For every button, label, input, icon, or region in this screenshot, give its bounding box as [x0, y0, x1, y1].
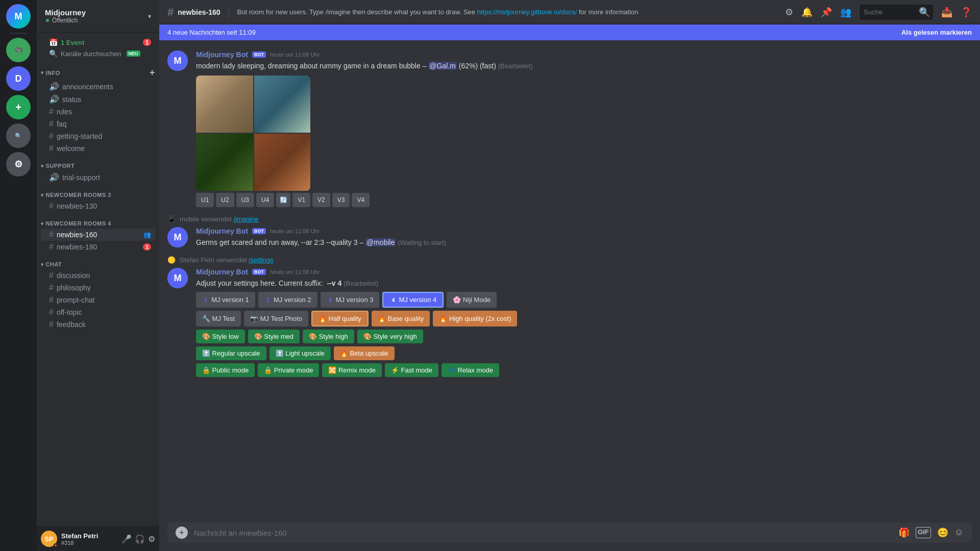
headphone-icon[interactable]: 🎧 — [135, 534, 145, 544]
server-icon-3[interactable]: + — [6, 95, 31, 119]
search-input[interactable] — [864, 8, 915, 16]
settings-icon[interactable]: ⚙ — [785, 7, 793, 18]
category-info[interactable]: ▾ INFO + — [37, 59, 159, 80]
sidebar-search-channels[interactable]: 🔍 Kanäle durchsuchen NEU — [41, 48, 155, 59]
sidebar-item-getting-started[interactable]: # getting-started — [41, 130, 155, 142]
channel-badge: 1 — [143, 243, 151, 251]
version-buttons-row: 1 MJ version 1 2 MJ version 2 3 MJ versi… — [196, 292, 972, 308]
avatar: M — [167, 268, 188, 288]
regular-upscale-button[interactable]: ⬆️ Regular upscale — [196, 346, 266, 360]
category-chat[interactable]: ▾ CHAT — [37, 253, 159, 269]
sidebar-item-status[interactable]: 🔊 status — [41, 93, 155, 106]
sidebar-item-welcome[interactable]: # welcome — [41, 142, 155, 155]
sidebar-item-faq[interactable]: # faq — [41, 118, 155, 130]
sidebar-item-trial-support[interactable]: 🔊 trial-support — [41, 171, 155, 184]
variation-v4[interactable]: V4 — [352, 193, 370, 207]
sticker-icon[interactable]: 😊 — [937, 527, 948, 538]
add-attachment-button[interactable]: + — [176, 527, 188, 539]
mj-version-2-button[interactable]: 2 MJ version 2 — [258, 292, 317, 308]
server-header[interactable]: Midjourney Öffentlich ▾ — [37, 0, 159, 33]
sidebar-item-newbies-190[interactable]: # newbies-190 1 — [41, 241, 155, 253]
private-mode-button[interactable]: 🔒 Private mode — [258, 363, 319, 377]
public-mode-button[interactable]: 🔒 Public mode — [196, 363, 255, 377]
hash-icon: # — [49, 308, 54, 317]
user-tag: #318 — [61, 540, 117, 546]
variation-v3[interactable]: V3 — [332, 193, 350, 207]
mj-version-1-button[interactable]: 1 MJ version 1 — [196, 292, 255, 308]
remix-mode-button[interactable]: 🔀 Remix mode — [322, 363, 382, 377]
sidebar-item-feedback[interactable]: # feedback — [41, 318, 155, 331]
category-support[interactable]: ▾ SUPPORT — [37, 155, 159, 171]
mj-version-4-button[interactable]: 4 MJ version 4 — [382, 292, 444, 308]
sidebar-item-off-topic[interactable]: # off-topic — [41, 306, 155, 318]
high-quality-button[interactable]: 🔥 High quality (2x cost) — [433, 311, 517, 327]
server-icon-5[interactable]: ⚙ — [6, 152, 31, 177]
reload-button[interactable]: 🔄 — [276, 193, 290, 207]
upscale-u2[interactable]: U2 — [216, 193, 234, 207]
upscale-u3[interactable]: U3 — [236, 193, 254, 207]
message-time: heute um 11:08 Uhr — [270, 52, 320, 58]
fast-mode-button[interactable]: ⚡ Fast mode — [385, 363, 438, 377]
settings-icon[interactable]: ⚙ — [148, 534, 155, 544]
style-low-button[interactable]: 🎨 Style low — [196, 330, 245, 343]
add-channel-icon[interactable]: + — [150, 67, 155, 78]
style-med-button[interactable]: 🎨 Style med — [248, 330, 300, 343]
mode-buttons-row: 🔒 Public mode 🔒 Private mode 🔀 Remix mod… — [196, 363, 972, 377]
server-icon-2[interactable]: D — [6, 66, 31, 91]
event-badge: 1 — [143, 39, 151, 46]
light-upscale-button[interactable]: ⬆️ Light upscale — [270, 346, 331, 360]
channel-description: Bot room for new users. Type /imagine th… — [237, 8, 779, 16]
bell-icon[interactable]: 🔔 — [801, 7, 813, 18]
mention: @Gal.m — [428, 62, 457, 70]
sidebar-item-event[interactable]: 📅 1 Event 1 — [41, 37, 155, 48]
sidebar-item-prompt-chat[interactable]: # prompt-chat — [41, 294, 155, 306]
system-icon: 📱 — [167, 215, 176, 223]
mj-test-button[interactable]: 🔧 MJ Test — [196, 311, 241, 327]
gif-icon[interactable]: GIF — [916, 527, 931, 538]
variation-v2[interactable]: V2 — [312, 193, 330, 207]
search-icon: 🔍 — [919, 7, 930, 18]
upscale-u4[interactable]: U4 — [256, 193, 274, 207]
upscale-u1[interactable]: U1 — [196, 193, 214, 207]
style-high-button[interactable]: 🎨 Style high — [303, 330, 354, 343]
upscale-buttons-row: ⬆️ Regular upscale ⬆️ Light upscale 🔥 Be… — [196, 346, 972, 360]
people-icon[interactable]: 👥 — [840, 7, 851, 18]
relax-mode-button[interactable]: 💤 Relax mode — [442, 363, 499, 377]
help-icon[interactable]: ❓ — [961, 7, 972, 18]
chat-area[interactable]: M Midjourney Bot BOT heute um 11:08 Uhr … — [159, 40, 980, 522]
server-icon-4[interactable]: 🔍 — [6, 123, 31, 148]
server-icon-1[interactable]: 🎮 — [6, 38, 31, 62]
sidebar-item-newbies-130[interactable]: # newbies-130 — [41, 200, 155, 212]
emoji-icon[interactable]: ☺ — [954, 527, 964, 538]
search-box[interactable]: 🔍 — [860, 5, 933, 20]
message-text: Germs get scared and run away, --ar 2:3 … — [196, 237, 972, 248]
hash-icon: # — [49, 107, 54, 116]
variation-v1[interactable]: V1 — [292, 193, 310, 207]
mark-read-button[interactable]: Als gelesen markieren — [901, 29, 972, 36]
docs-link[interactable]: https://midjourney.gitbook.io/docs/ — [477, 8, 577, 16]
server-icon-midjourney[interactable]: M — [6, 4, 31, 29]
inbox-icon[interactable]: 📥 — [941, 7, 952, 18]
gift-icon[interactable]: 🎁 — [898, 527, 910, 538]
message-input[interactable] — [194, 529, 892, 537]
sidebar-item-philosophy[interactable]: # philosophy — [41, 282, 155, 294]
category-newcomer4[interactable]: ▾ NEWCOMER ROOMS 4 — [37, 212, 159, 229]
sidebar-item-discussion[interactable]: # discussion — [41, 269, 155, 282]
half-quality-button[interactable]: 🔥 Half quality — [311, 311, 369, 327]
sidebar-item-rules[interactable]: # rules — [41, 106, 155, 118]
category-newcomer3[interactable]: ▾ NEWCOMER ROOMS 3 — [37, 184, 159, 200]
chevron-icon: ▾ — [41, 262, 44, 267]
hash-icon: # — [49, 144, 54, 153]
style-very-high-button[interactable]: 🎨 Style very high — [357, 330, 423, 343]
pin-icon[interactable]: 📌 — [821, 7, 832, 18]
sidebar-item-newbies-160[interactable]: # newbies-160 👥 — [41, 229, 155, 241]
mj-version-3-button[interactable]: 3 MJ version 3 — [321, 292, 380, 308]
sidebar-item-announcements[interactable]: 🔊 announcements — [41, 80, 155, 93]
message-author: Midjourney Bot — [196, 268, 248, 276]
beta-upscale-button[interactable]: 🔥 Beta upscale — [334, 346, 395, 360]
base-quality-button[interactable]: 🔥 Base quality — [372, 311, 430, 327]
mj-test-photo-button[interactable]: 📷 MJ Test Photo — [244, 311, 308, 327]
system-message: 📱 mobile verwendet /imagine — [159, 213, 980, 225]
microphone-icon[interactable]: 🎤 — [121, 534, 132, 544]
niji-mode-button[interactable]: 🌸 Niji Mode — [447, 292, 497, 308]
